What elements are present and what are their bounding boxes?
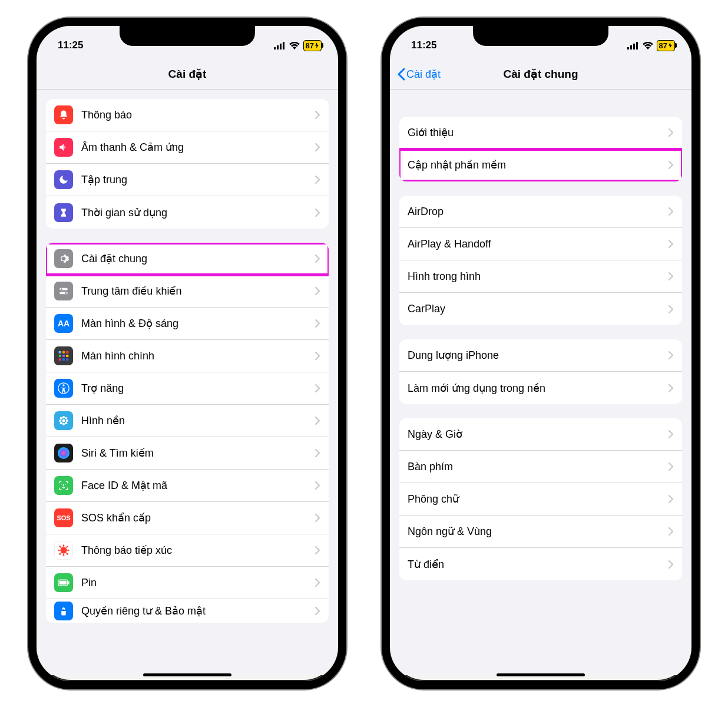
chevron-right-icon xyxy=(668,239,674,249)
nav-back-button[interactable]: Cài đặt xyxy=(397,68,441,81)
settings-row[interactable]: SOSSOS khẩn cấp xyxy=(46,502,329,534)
settings-row[interactable]: Giới thiệu xyxy=(399,117,682,149)
svg-rect-10 xyxy=(66,351,68,353)
siri-icon xyxy=(54,444,73,462)
battery-icon xyxy=(54,573,73,592)
svg-rect-48 xyxy=(68,582,70,584)
chevron-right-icon xyxy=(668,305,674,314)
row-label: Trợ năng xyxy=(81,382,315,395)
aa-icon: AA xyxy=(54,314,73,333)
status-icons: 87 xyxy=(627,40,675,51)
settings-row[interactable]: Bàn phím xyxy=(399,451,682,483)
settings-row[interactable]: Màn hình chính xyxy=(46,340,329,372)
row-label: Ngày & Giờ xyxy=(408,428,668,441)
chevron-right-icon xyxy=(315,481,320,490)
chevron-right-icon xyxy=(668,272,674,281)
svg-rect-16 xyxy=(66,358,68,361)
settings-row[interactable]: AirPlay & Handoff xyxy=(399,228,682,260)
home-indicator[interactable] xyxy=(497,673,585,676)
settings-row[interactable]: Ngày & Giờ xyxy=(399,418,682,451)
svg-point-6 xyxy=(61,288,62,290)
settings-row[interactable]: Dung lượng iPhone xyxy=(399,339,682,372)
svg-rect-1 xyxy=(277,45,279,49)
svg-rect-50 xyxy=(630,45,632,49)
nav-title: Cài đặt xyxy=(168,67,207,81)
settings-row[interactable]: AirDrop xyxy=(399,196,682,228)
svg-rect-8 xyxy=(59,351,61,353)
battery-badge: 87 xyxy=(303,40,322,51)
settings-row[interactable]: Âm thanh & Cảm ứng xyxy=(46,131,329,164)
row-label: Làm mới ứng dụng trong nền xyxy=(408,382,668,395)
settings-row[interactable]: AAMàn hình & Độ sáng xyxy=(46,308,329,340)
settings-row[interactable]: Pin xyxy=(46,567,329,599)
chevron-right-icon xyxy=(668,430,674,439)
row-label: Thời gian sử dụng xyxy=(81,206,315,219)
nav-bar: Cài đặt Cài đặt chung xyxy=(390,59,691,90)
svg-point-40 xyxy=(58,550,59,551)
settings-row[interactable]: Thông báo tiếp xúc xyxy=(46,534,329,567)
svg-rect-47 xyxy=(59,581,67,585)
svg-rect-51 xyxy=(633,44,635,49)
settings-row[interactable]: Face ID & Mật mã xyxy=(46,470,329,502)
settings-row[interactable]: Trung tâm điều khiển xyxy=(46,275,329,308)
svg-point-22 xyxy=(59,419,61,422)
settings-row[interactable]: Thông báo xyxy=(46,99,329,131)
chevron-right-icon xyxy=(315,416,320,425)
nav-back-label: Cài đặt xyxy=(406,68,441,81)
row-label: Màn hình chính xyxy=(81,350,315,362)
chevron-right-icon xyxy=(668,351,674,360)
svg-point-42 xyxy=(59,546,61,547)
svg-rect-14 xyxy=(59,358,61,361)
chevron-right-icon xyxy=(668,527,674,536)
settings-row[interactable]: Quyền riêng tư & Bảo mật xyxy=(46,599,329,623)
row-label: Cập nhật phần mềm xyxy=(408,158,668,171)
settings-row[interactable]: Trợ năng xyxy=(46,372,329,405)
chevron-right-icon xyxy=(315,175,320,184)
general-section-3: Dung lượng iPhoneLàm mới ứng dụng trong … xyxy=(399,339,682,404)
chevron-right-icon xyxy=(315,286,320,296)
chevron-right-icon xyxy=(315,546,320,555)
cellular-icon xyxy=(627,42,639,49)
settings-row[interactable]: Hình nền xyxy=(46,405,329,437)
row-label: Thông báo tiếp xúc xyxy=(81,544,315,557)
settings-row[interactable]: Từ điển xyxy=(399,548,682,580)
row-label: Bàn phím xyxy=(408,461,668,473)
general-section-2: AirDropAirPlay & HandoffHình trong hìnhC… xyxy=(399,196,682,325)
row-label: Hình trong hình xyxy=(408,270,668,283)
chevron-right-icon xyxy=(315,319,320,328)
settings-row[interactable]: CarPlay xyxy=(399,293,682,325)
chevron-right-icon xyxy=(315,351,320,361)
general-list[interactable]: Giới thiệuCập nhật phần mềm AirDropAirPl… xyxy=(390,90,691,675)
row-label: AirDrop xyxy=(408,206,668,218)
svg-rect-11 xyxy=(59,355,61,357)
svg-rect-9 xyxy=(62,351,65,353)
chevron-right-icon xyxy=(315,208,320,217)
settings-row[interactable]: Làm mới ứng dụng trong nền xyxy=(399,372,682,404)
settings-row[interactable]: Tập trung xyxy=(46,164,329,196)
row-label: Âm thanh & Cảm ứng xyxy=(81,141,315,154)
svg-rect-49 xyxy=(627,47,629,49)
row-label: Giới thiệu xyxy=(408,126,668,139)
settings-row[interactable]: Cập nhật phần mềm xyxy=(399,149,682,181)
settings-list[interactable]: Thông báoÂm thanh & Cảm ứngTập trungThời… xyxy=(37,90,338,675)
settings-row[interactable]: Phông chữ xyxy=(399,483,682,516)
settings-row[interactable]: Siri & Tìm kiếm xyxy=(46,437,329,470)
settings-row[interactable]: Ngôn ngữ & Vùng xyxy=(399,516,682,548)
battery-badge: 87 xyxy=(657,40,675,51)
hourglass-icon xyxy=(54,203,73,222)
svg-point-21 xyxy=(62,423,65,425)
sos-icon: SOS xyxy=(54,508,73,527)
status-icons: 87 xyxy=(274,40,322,51)
chevron-right-icon xyxy=(668,160,674,170)
svg-point-7 xyxy=(65,292,67,294)
svg-point-28 xyxy=(58,447,70,459)
chevron-right-icon xyxy=(668,128,674,137)
speaker-icon xyxy=(54,138,73,157)
settings-row[interactable]: Thời gian sử dụng xyxy=(46,196,329,229)
home-indicator[interactable] xyxy=(143,673,231,676)
settings-row[interactable]: Hình trong hình xyxy=(399,260,682,293)
settings-row[interactable]: Cài đặt chung xyxy=(46,243,329,275)
status-time: 11:25 xyxy=(58,39,83,51)
virus-icon xyxy=(54,541,73,560)
svg-rect-0 xyxy=(274,47,276,49)
